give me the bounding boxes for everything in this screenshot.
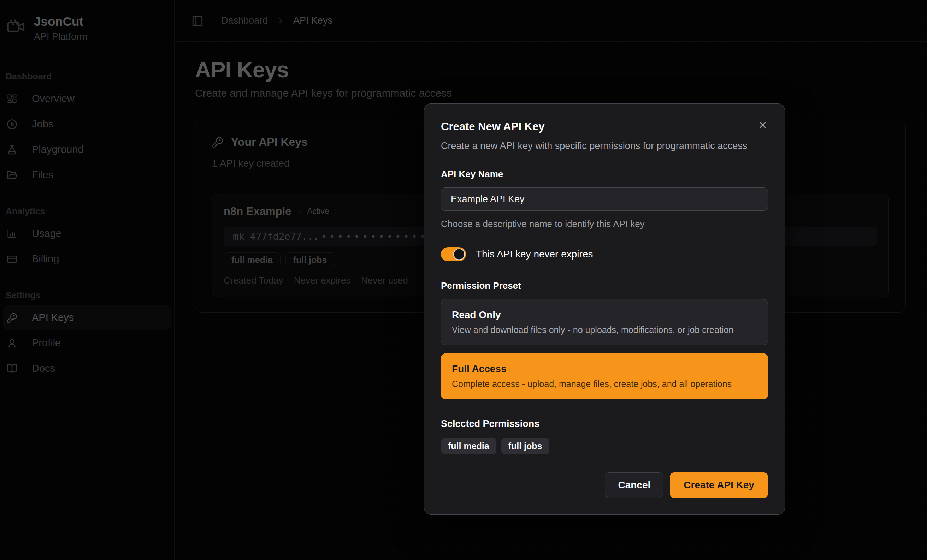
create-api-key-button[interactable]: Create API Key <box>670 472 768 498</box>
close-icon <box>757 126 768 131</box>
expiry-toggle-label: This API key never expires <box>476 249 593 260</box>
never-expires-toggle[interactable] <box>441 247 466 261</box>
api-key-name-label: API Key Name <box>441 169 768 180</box>
app-root: JsonCut API Platform Dashboard Overview <box>0 0 927 560</box>
selected-permissions-label: Selected Permissions <box>441 419 768 429</box>
preset-option-description: Complete access - upload, manage files, … <box>452 379 757 389</box>
preset-option-read-only[interactable]: Read Only View and download files only -… <box>441 299 768 345</box>
preset-option-title: Read Only <box>452 309 757 320</box>
preset-option-title: Full Access <box>452 363 757 375</box>
modal-actions: Cancel Create API Key <box>441 472 768 498</box>
create-api-key-modal: Create New API Key Create a new API key … <box>424 103 785 515</box>
preset-option-full-access[interactable]: Full Access Complete access - upload, ma… <box>441 353 768 399</box>
expiry-toggle-row: This API key never expires <box>441 247 768 261</box>
close-button[interactable] <box>756 118 769 131</box>
modal-title: Create New API Key <box>441 120 768 133</box>
api-key-name-helper: Choose a descriptive name to identify th… <box>441 219 768 229</box>
toggle-knob-icon <box>453 249 465 260</box>
preset-option-description: View and download files only - no upload… <box>452 325 757 335</box>
api-key-name-input[interactable] <box>441 188 768 211</box>
permission-badge: full media <box>441 438 496 454</box>
cancel-button[interactable]: Cancel <box>605 472 663 498</box>
modal-description: Create a new API key with specific permi… <box>441 139 752 153</box>
permission-badge: full jobs <box>501 438 549 454</box>
permission-preset-label: Permission Preset <box>441 280 768 291</box>
selected-permissions-badges: full media full jobs <box>441 438 768 454</box>
